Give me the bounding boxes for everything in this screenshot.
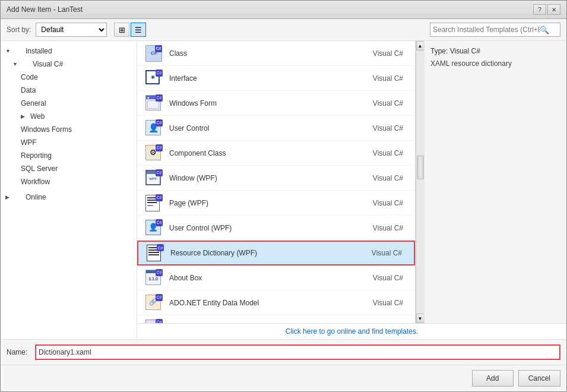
template-item-usercontrolwpf[interactable]: 👤 C# User Control (WPF) Visual C#: [137, 216, 415, 241]
template-item-adonet[interactable]: 🔗 C# ADO.NET Entity Data Model Visual C#: [137, 290, 415, 315]
wpf-label: WPF: [21, 138, 37, 147]
scroll-down-button[interactable]: ▼: [416, 314, 425, 323]
componentclass-icon: ⚙ C#: [144, 144, 163, 163]
installed-section: ▼ Installed ▼ Visual C# Code Data Gen: [1, 43, 137, 189]
sidebar-item-reporting[interactable]: Reporting: [1, 149, 137, 162]
template-name: Component Class: [169, 149, 373, 157]
expand-icon: ▼: [5, 48, 14, 54]
sort-select[interactable]: Default: [36, 23, 107, 37]
template-name: ADO.NET Entity Data Model: [169, 299, 373, 307]
template-item-resdict[interactable]: C# Resource Dictionary (WPF) Visual C#: [137, 241, 415, 265]
sidebar-item-web[interactable]: ▶ Web: [1, 110, 137, 123]
template-list-scrollbar[interactable]: ▲ ▼: [416, 41, 424, 323]
appconfig-icon: ⚙ C#: [144, 318, 163, 324]
name-input[interactable]: [39, 348, 557, 356]
add-new-item-dialog: Add New Item - LanTest ? ✕ Sort by: Defa…: [0, 0, 567, 392]
template-name: User Control (WPF): [169, 224, 373, 232]
template-lang: Visual C#: [373, 124, 403, 132]
online-section: ▶ Online: [1, 189, 137, 205]
template-item-componentclass[interactable]: ⚙ C# Component Class Visual C#: [137, 141, 415, 166]
code-label: Code: [21, 73, 38, 81]
right-panel: Type: Visual C# XAML resource dictionary: [424, 41, 566, 323]
toolbar: Sort by: Default ⊞ ☰ 🔍: [1, 19, 566, 41]
template-lang: Visual C#: [373, 49, 403, 58]
usercontrol-icon: 👤 C#: [144, 119, 163, 138]
sidebar-item-online[interactable]: ▶ Online: [1, 191, 137, 204]
name-input-wrap: [35, 344, 560, 360]
titlebar: Add New Item - LanTest ? ✕: [1, 1, 566, 19]
sidebar-item-visualcsharp[interactable]: ▼ Visual C#: [1, 58, 137, 71]
sidebar-item-windowsforms[interactable]: Windows Forms: [1, 123, 137, 136]
template-item-appconfig[interactable]: ⚙ C# Application Configuration File Visu…: [137, 315, 415, 323]
template-name: About Box: [169, 274, 373, 282]
template-name: Page (WPF): [169, 199, 373, 207]
web-label: Web: [30, 112, 45, 121]
type-value: Visual C#: [450, 47, 480, 55]
windowwpf-icon: WPF C#: [144, 169, 163, 188]
sidebar-item-wpf[interactable]: WPF: [1, 136, 137, 149]
template-item-aboutbox[interactable]: 3.1.0 C# About Box Visual C#: [137, 265, 415, 290]
sidebar-item-data[interactable]: Data: [1, 84, 137, 97]
template-item-windowsform[interactable]: ■ C# Windows Form Visual C#: [137, 91, 415, 116]
template-lang: Visual C#: [373, 224, 403, 232]
name-section: Name:: [1, 339, 566, 365]
template-item-usercontrol[interactable]: 👤 C# User Control Visual C#: [137, 116, 415, 141]
scroll-up-button[interactable]: ▲: [416, 41, 425, 50]
expand-icon: ▼: [12, 61, 21, 67]
winform-icon: ■ C#: [144, 94, 163, 113]
sidebar-item-general[interactable]: General: [1, 97, 137, 110]
scroll-thumb[interactable]: [417, 156, 424, 179]
template-lang: Visual C#: [373, 274, 403, 282]
online-templates-link[interactable]: Click here to go online and find templat…: [286, 327, 418, 336]
template-name: Interface: [169, 74, 373, 83]
template-item-interface[interactable]: ◉ C# Interface Visual C#: [137, 66, 415, 91]
expand-icon: ▶: [21, 113, 29, 119]
windowsforms-label: Windows Forms: [21, 125, 72, 134]
cancel-button[interactable]: Cancel: [518, 370, 560, 387]
view-toggle-group: ⊞ ☰: [114, 23, 146, 37]
dialog-title: Add New Item - LanTest: [7, 5, 83, 14]
data-label: Data: [21, 86, 36, 94]
template-item-pagewpf[interactable]: C# Page (WPF) Visual C#: [137, 191, 415, 216]
visualcsharp-label: Visual C#: [33, 60, 63, 68]
sidebar-item-code[interactable]: Code: [1, 71, 137, 84]
template-lang: Visual C#: [373, 174, 403, 182]
content-area: ▼ Installed ▼ Visual C# Code Data Gen: [1, 41, 566, 339]
help-button[interactable]: ?: [533, 4, 546, 15]
type-label: Type:: [430, 47, 448, 55]
add-button[interactable]: Add: [472, 370, 514, 387]
sidebar-item-sqlserver[interactable]: SQL Server: [1, 162, 137, 175]
bottom-link-area: Click here to go online and find templat…: [137, 323, 566, 339]
resdict-icon: C#: [145, 244, 164, 263]
expand-icon: ▶: [5, 194, 14, 200]
sort-label: Sort by:: [7, 26, 31, 34]
template-lang: Visual C#: [373, 74, 403, 83]
sidebar-item-workflow[interactable]: Workflow: [1, 175, 137, 188]
large-icon-view-button[interactable]: ⊞: [114, 23, 129, 37]
adonet-icon: 🔗 C#: [144, 293, 163, 312]
workflow-label: Workflow: [21, 178, 50, 186]
search-icon[interactable]: 🔍: [540, 26, 549, 34]
sidebar: ▼ Installed ▼ Visual C# Code Data Gen: [1, 41, 137, 339]
installed-label: Installed: [26, 47, 52, 55]
footer-buttons: Add Cancel: [1, 365, 566, 391]
type-description: XAML resource dictionary: [430, 59, 560, 69]
template-name: User Control: [169, 124, 373, 132]
template-item-class[interactable]: C# C# Class Visual C#: [137, 41, 415, 66]
search-box: 🔍: [430, 23, 560, 37]
scroll-track[interactable]: [416, 50, 425, 314]
aboutbox-icon: 3.1.0 C#: [144, 268, 163, 287]
name-label: Name:: [7, 348, 30, 356]
reporting-label: Reporting: [21, 151, 52, 160]
template-lang: Visual C#: [373, 299, 403, 307]
type-text: Type: Visual C#: [430, 47, 560, 55]
search-input[interactable]: [433, 26, 540, 34]
template-lang: Visual C#: [372, 249, 402, 257]
template-lang: Visual C#: [373, 149, 403, 157]
template-item-windowwpf[interactable]: WPF C# Window (WPF) Visual C#: [137, 166, 415, 191]
template-name: Windows Form: [169, 99, 373, 108]
list-view-button[interactable]: ☰: [131, 23, 146, 37]
close-button[interactable]: ✕: [547, 4, 560, 15]
titlebar-controls: ? ✕: [533, 4, 560, 15]
sidebar-item-installed[interactable]: ▼ Installed: [1, 45, 137, 58]
